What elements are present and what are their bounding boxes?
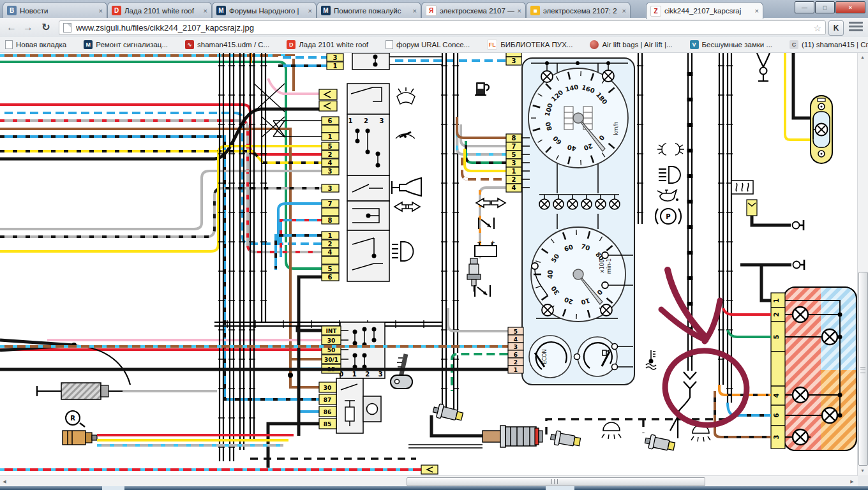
svg-text:3: 3 — [328, 185, 333, 192]
tab-favicon: В — [7, 6, 17, 15]
url-text[interactable]: www.zsiguli.hu/files/cikk244_2107_kapcsr… — [76, 23, 813, 33]
tab-3[interactable]: МФорумы Народного |× — [212, 2, 317, 19]
tab-7[interactable]: Zcikk244_2107_kapcsraj× — [646, 2, 763, 19]
bookmark-label: (11) shaman415 | Сп... — [802, 41, 868, 48]
svg-text:min-1: min-1 — [606, 258, 612, 274]
bookmark-8[interactable]: VБесшумные замки ... — [690, 40, 772, 49]
page-icon — [385, 40, 393, 49]
bookmark-label: shaman415.udm / С... — [197, 41, 269, 48]
scroll-up-arrow[interactable]: ▲ — [858, 53, 867, 62]
tab-favicon: Я — [426, 5, 437, 16]
tab-favicon: М — [321, 6, 331, 15]
svg-text:5: 5 — [514, 329, 518, 335]
minimize-button[interactable]: — — [795, 1, 814, 13]
tab-5[interactable]: Яэлектросхема 2107 —× — [421, 2, 526, 19]
tab-close-icon[interactable]: × — [622, 7, 626, 15]
svg-text:6: 6 — [328, 117, 333, 124]
svg-text:3: 3 — [773, 434, 780, 439]
tab-4[interactable]: МПомогите пожалуйс× — [317, 2, 421, 19]
scrollbar-corner — [858, 475, 868, 486]
bookmark-label: Лада 2101 white roof — [299, 41, 368, 48]
svg-text:30: 30 — [327, 338, 336, 344]
svg-text:3: 3 — [333, 54, 338, 61]
svg-text:P: P — [666, 213, 670, 220]
svg-text:km/h: km/h — [613, 121, 619, 135]
tab-close-icon[interactable]: × — [99, 7, 103, 15]
svg-text:1 2 3: 1 2 3 — [348, 117, 389, 124]
tab-title: Помогите пожалуйс — [334, 7, 410, 15]
reload-button[interactable]: ↻ — [38, 20, 54, 35]
tab-title: электросхема 2107 — — [440, 7, 514, 15]
svg-text:2: 2 — [328, 151, 333, 158]
svg-text:4: 4 — [514, 336, 518, 343]
scroll-left-arrow[interactable]: ◀ — [0, 477, 9, 486]
svg-text:30: 30 — [324, 385, 332, 391]
svg-text:8: 8 — [328, 217, 333, 224]
bookmark-star-icon[interactable]: ☆ — [813, 23, 821, 33]
bookmark-9[interactable]: C(11) shaman415 | Сп... — [789, 40, 868, 49]
svg-text:1: 1 — [514, 367, 518, 373]
svg-text:3: 3 — [512, 160, 516, 167]
window-controls: — □ × — [794, 1, 865, 13]
tab-title: Лада 2101 white roof — [124, 7, 200, 15]
back-button[interactable]: ← — [4, 20, 19, 35]
bookmark-3[interactable]: ∿shaman415.udm / С... — [185, 40, 269, 49]
scroll-down-arrow[interactable]: ▼ — [858, 466, 867, 475]
vertical-scroll-thumb[interactable] — [858, 272, 868, 466]
menu-icon[interactable] — [849, 22, 863, 33]
tab-1[interactable]: ВНовости× — [3, 2, 107, 19]
tab-close-icon[interactable]: × — [518, 7, 521, 15]
tab-strip: ВНовости×DЛада 2101 white roof×МФорумы Н… — [0, 0, 868, 18]
svg-text:6: 6 — [514, 352, 518, 358]
tab-6[interactable]: ■электросхема 2107: 2× — [526, 2, 631, 19]
bookmark-7[interactable]: Air lift bags | Air lift |... — [590, 40, 672, 49]
letter-icon: ∿ — [185, 40, 194, 49]
bookmark-4[interactable]: DЛада 2101 white roof — [287, 40, 368, 49]
bookmark-label: БИБЛИОТЕКА ПУХ... — [500, 41, 572, 48]
forward-button[interactable]: → — [20, 20, 36, 35]
svg-text:8: 8 — [512, 135, 516, 142]
tab-2[interactable]: DЛада 2101 white roof× — [107, 2, 212, 19]
svg-text:50: 50 — [327, 347, 336, 353]
tab-favicon: Z — [650, 6, 661, 17]
tab-favicon: D — [112, 6, 121, 15]
browser-toolbar: ← → ↻ www.zsiguli.hu/files/cikk244_2107_… — [0, 18, 868, 38]
bookmark-2[interactable]: МРемонт сигнализац... — [84, 40, 168, 49]
oxygen-sensor — [63, 431, 97, 445]
svg-text:1: 1 — [328, 133, 333, 140]
horizontal-scrollbar[interactable]: ◀ ▶ — [0, 475, 858, 487]
bookmark-6[interactable]: FLБИБЛИОТЕКА ПУХ... — [487, 40, 572, 50]
tab-title: электросхема 2107: 2 — [543, 7, 619, 15]
extension-button[interactable]: K — [828, 20, 844, 36]
speedometer: 020406080100120140160180 km/h — [528, 68, 628, 168]
sphere-icon — [590, 40, 599, 49]
svg-text:3: 3 — [514, 344, 518, 350]
tab-close-icon[interactable]: × — [308, 7, 312, 15]
svg-text:0 1 2 3: 0 1 2 3 — [339, 371, 385, 378]
tab-favicon: ■ — [530, 6, 540, 15]
close-button[interactable]: × — [835, 1, 865, 13]
bookmark-1[interactable]: Новая вкладка — [5, 40, 66, 49]
tab-title: Новости — [20, 7, 96, 15]
tab-close-icon[interactable]: × — [755, 7, 759, 15]
tab-close-icon[interactable]: × — [204, 7, 207, 15]
svg-text:6: 6 — [773, 413, 780, 417]
svg-text:1: 1 — [333, 63, 338, 70]
fuse-connector — [747, 200, 757, 216]
bookmark-5[interactable]: форум URAL Conce... — [385, 40, 470, 49]
bookmark-label: Бесшумные замки ... — [702, 41, 772, 48]
econometer: ECON — [529, 336, 571, 378]
bottom-connector — [421, 465, 438, 474]
svg-text:6: 6 — [328, 274, 333, 281]
bookmark-label: форум URAL Conce... — [396, 41, 470, 48]
scroll-right-arrow[interactable]: ▶ — [848, 477, 857, 486]
address-bar[interactable]: www.zsiguli.hu/files/cikk244_2107_kapcsr… — [59, 20, 826, 35]
svg-text:3: 3 — [512, 57, 516, 64]
vertical-scrollbar[interactable]: ▲ ▼ — [857, 53, 868, 475]
maximize-button[interactable]: □ — [815, 1, 835, 13]
tab-close-icon[interactable]: × — [413, 7, 417, 15]
svg-text:5: 5 — [328, 265, 333, 272]
svg-text:x100: x100 — [599, 259, 605, 272]
horizontal-scroll-thumb[interactable] — [407, 477, 705, 486]
svg-text:R: R — [70, 415, 75, 422]
